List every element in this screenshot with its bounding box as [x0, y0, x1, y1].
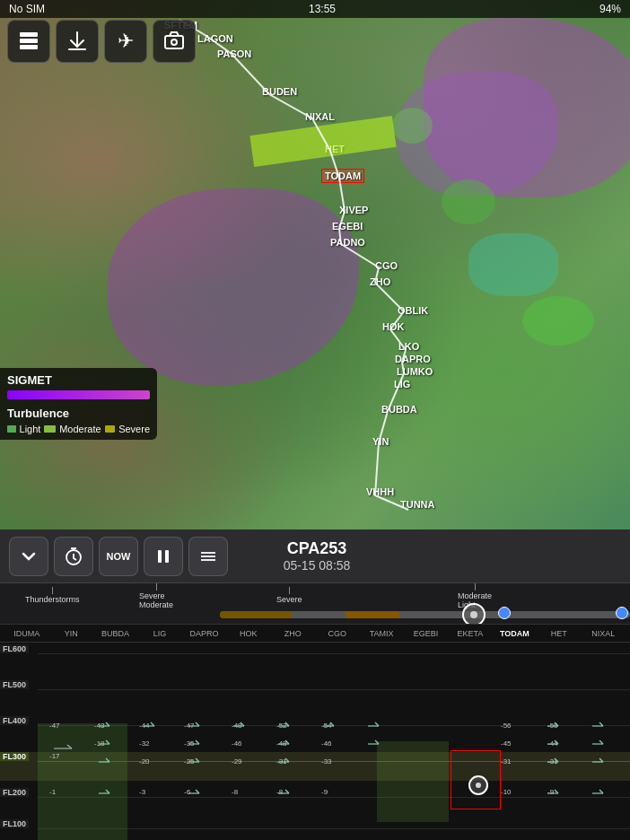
- flight-id: CPA253: [284, 539, 351, 558]
- wp-strip-HET: HET: [537, 629, 581, 638]
- wind-val-9-350: -45: [501, 739, 512, 748]
- wind-val-6-400: -52: [276, 722, 287, 730]
- ann-moderate-label: Moderate: [139, 600, 173, 609]
- ann-moderate2-label: Moderate: [458, 591, 492, 600]
- wp-strip-TAMIX: TAMIX: [359, 629, 403, 638]
- wind-val-10-350: -44: [547, 739, 558, 748]
- wp-XIVEP: XIVEP: [339, 205, 368, 215]
- speed-lines-icon: [198, 547, 218, 566]
- wind-val-3-400: -44: [139, 722, 150, 730]
- map-green-2: [522, 296, 594, 346]
- airplane-button[interactable]: ✈: [104, 20, 147, 63]
- ann-severe-moderate: Severe Moderate: [139, 583, 173, 609]
- turb-band-2: [377, 741, 449, 822]
- wind-val-4-350: -35: [184, 739, 195, 748]
- wp-strip-YIN: YIN: [48, 629, 92, 638]
- ann-line-4: [475, 583, 476, 591]
- ann-thunderstorms-label: Thunderstorms: [25, 595, 80, 604]
- wind-val-3-350: -32: [139, 739, 150, 748]
- wind-val-5-200: -8: [232, 788, 238, 796]
- wind-val-6-200: -8: [276, 788, 283, 796]
- fl-line-500: [38, 689, 630, 690]
- status-bar: No SIM 13:55 94%: [0, 0, 630, 18]
- wp-strip-TODAM: TODAM: [493, 629, 537, 638]
- fl-label-200: FL200: [0, 788, 29, 797]
- current-pos-inner: [470, 611, 477, 618]
- wind-val-5-350: -46: [232, 739, 242, 748]
- pause-icon: [154, 547, 172, 565]
- timeline-segment-1: [220, 611, 292, 618]
- wp-strip-EKETA: EKETA: [448, 629, 492, 638]
- time-label: 13:55: [309, 3, 336, 15]
- wp-EGEBI: EGEBI: [332, 221, 363, 232]
- map-area[interactable]: SFTEM LAGON PASON BUDEN NIXAL HET TODAM …: [0, 0, 630, 529]
- fl-label-100: FL100: [0, 819, 29, 828]
- active-pos-crosshair: [468, 775, 488, 795]
- camera-icon: [163, 31, 185, 52]
- map-green-3: [392, 108, 433, 144]
- current-pos-circle: [462, 603, 486, 625]
- turb-severe-label: Severe: [118, 424, 150, 434]
- fl-label-500: FL500: [0, 680, 29, 689]
- bottom-controls: NOW CPA253 05-15 08:58: [0, 529, 630, 840]
- wind-val-3-300: -20: [139, 757, 150, 766]
- svg-rect-7: [165, 550, 169, 563]
- timeline-bar[interactable]: [220, 611, 630, 618]
- wp-BUBDA: BUBDA: [381, 404, 417, 415]
- timeline-strip[interactable]: Thunderstorms Severe Moderate Severe Mod…: [0, 583, 630, 625]
- timer-button[interactable]: [54, 537, 93, 576]
- wind-chart: FL600 FL500 FL400 FL300 FL200 FL100 -47: [0, 643, 630, 840]
- toolbar: ✈: [7, 20, 196, 63]
- wp-strip-HOK: HOK: [226, 629, 270, 638]
- wp-CGO: CGO: [375, 260, 398, 271]
- wind-val-10-300: -31: [547, 757, 558, 766]
- wp-DAPRO: DAPRO: [395, 354, 431, 364]
- ann-line-1: [52, 587, 53, 594]
- turb-light-box: [7, 425, 16, 433]
- wp-PASON: PASON: [217, 48, 251, 59]
- fl-label-300: FL300: [0, 752, 29, 761]
- wind-val-10-200: -9: [547, 788, 554, 796]
- control-buttons: NOW: [9, 537, 228, 576]
- turb-moderate-label: Moderate: [59, 424, 101, 434]
- wind-val-5-400: -48: [232, 722, 242, 730]
- wind-val-7-350: -46: [321, 739, 332, 748]
- wp-ZHO: ZHO: [370, 276, 390, 287]
- pause-button[interactable]: [144, 537, 183, 576]
- flight-info-bar: NOW CPA253 05-15 08:58: [0, 529, 630, 583]
- ann-line-3: [289, 587, 290, 594]
- svg-point-4: [171, 39, 177, 45]
- turbulence-legend: Light Moderate Severe: [7, 424, 150, 434]
- wind-val-7-300: -33: [321, 757, 332, 766]
- wind-val-3-200: -3: [139, 788, 145, 796]
- svg-rect-3: [165, 36, 183, 48]
- now-label: NOW: [107, 551, 131, 562]
- layers-button[interactable]: [7, 20, 50, 63]
- speed-button[interactable]: [188, 537, 228, 576]
- fl-label-400: FL400: [0, 716, 29, 725]
- ann-severe2-label: Severe: [276, 595, 302, 604]
- waypoint-strip: IDUMA YIN BUBDA LIG DAPRO HOK ZHO CGO TA…: [0, 625, 630, 643]
- download-button[interactable]: [56, 20, 99, 63]
- battery-label: 94%: [599, 3, 621, 15]
- chevron-down-icon: [20, 547, 38, 565]
- now-button[interactable]: NOW: [99, 537, 138, 576]
- wind-val-9-400: -56: [501, 722, 512, 730]
- wind-val-9-300: -31: [501, 757, 512, 766]
- download-icon: [66, 31, 88, 52]
- wp-OBLIK: OBLIK: [398, 305, 428, 316]
- wp-VHHH: VHHH: [366, 486, 394, 497]
- wind-val-2-350: -18: [94, 739, 105, 748]
- wind-val-7-200: -9: [321, 788, 328, 796]
- collapse-button[interactable]: [9, 537, 48, 576]
- ann-severe2: Severe: [276, 587, 302, 604]
- wind-val-1-400: -47: [49, 722, 60, 730]
- svg-rect-2: [20, 45, 38, 49]
- wp-LUMKO: LUMKO: [397, 366, 433, 377]
- turb-moderate-box: [44, 425, 56, 433]
- camera-button[interactable]: [153, 20, 196, 63]
- wp-BUDEN: BUDEN: [262, 86, 297, 97]
- wind-val-4-300: -25: [184, 757, 195, 766]
- wind-val-7-400: -54: [321, 722, 332, 730]
- timer-icon: [64, 547, 83, 566]
